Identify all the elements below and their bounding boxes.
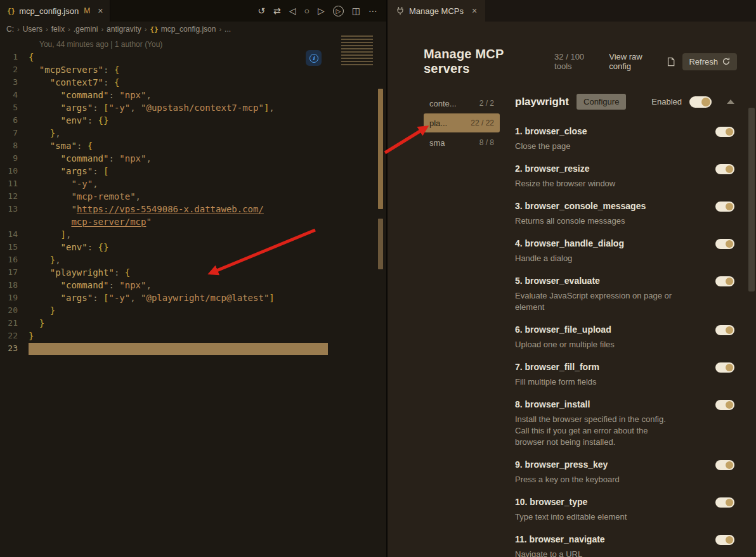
code-line[interactable]: 3 "context7": { (0, 76, 386, 89)
code-token: "@upstash/context7-mcp" (141, 103, 264, 113)
tab-manage-mcps[interactable]: Manage MCPs × (388, 0, 485, 22)
tool-toggle[interactable] (715, 202, 734, 212)
code-line[interactable]: 19 "args": ["-y", "@playwright/mcp@lates… (0, 291, 386, 304)
code-line[interactable]: 10 "args": [ (0, 165, 386, 177)
code-line[interactable]: 9 "command": "npx", (0, 152, 386, 165)
code-line[interactable]: 4 "command": "npx", (0, 89, 386, 101)
code-line[interactable]: 22} (0, 330, 386, 342)
refresh-button[interactable]: Refresh (682, 53, 737, 70)
code-line[interactable]: 21 } (0, 317, 386, 330)
code-line[interactable]: 17 "playwright": { (0, 266, 386, 279)
scroll-up-arrow[interactable] (727, 99, 734, 104)
tool-description: Returns all console messages (515, 215, 677, 227)
code-token: } (50, 305, 55, 316)
tool-toggle[interactable] (715, 127, 734, 137)
code-token (29, 128, 50, 138)
breadcrumb-item[interactable]: .gemini (74, 25, 98, 34)
panel-tab-close-icon[interactable]: × (472, 6, 477, 16)
tool-toggle[interactable] (715, 164, 734, 174)
breadcrumb-item[interactable]: {}mcp_config.json (150, 25, 216, 34)
open-changes-icon[interactable]: ⇄ (273, 6, 281, 16)
tool-toggle[interactable] (715, 239, 734, 249)
code-token: "npx" (119, 280, 146, 290)
code-line[interactable]: mcp-server/mcp" (0, 215, 386, 228)
code-token: "@playwright/mcp@latest" (141, 293, 269, 303)
tab-mcp-config-json[interactable]: {} mcp_config.json M × (0, 0, 110, 22)
run-icon[interactable]: ▷ (333, 6, 344, 16)
code-line[interactable]: 20 } (0, 304, 386, 317)
code-line[interactable]: 7 }, (0, 127, 386, 139)
code-line[interactable]: 14 ], (0, 228, 386, 241)
toggle-knob (726, 128, 733, 136)
breadcrumb-item[interactable]: ... (225, 25, 231, 34)
mcp-panel: Manage MCPs × Manage MCP servers 32 / 10… (386, 0, 756, 557)
code-line[interactable]: 12 "mcp-remote", (0, 190, 386, 203)
tool-toggle[interactable] (715, 276, 734, 286)
code-token (29, 318, 39, 328)
code-line[interactable]: 6 "env": {} (0, 114, 386, 127)
code-token: ] (61, 229, 66, 240)
server-item-playwright[interactable]: pla...22 / 22 (424, 113, 500, 132)
tool-toggle[interactable] (715, 535, 734, 545)
tool-toggle[interactable] (715, 400, 734, 410)
info-button[interactable]: i (306, 50, 322, 66)
code-line[interactable]: 13 "https://vps-5549086-x.dattaweb.com/ (0, 203, 386, 215)
breadcrumb-item[interactable]: Users (23, 25, 42, 34)
code-token: : (77, 141, 88, 151)
next-change-icon[interactable]: ▷ (318, 6, 325, 16)
editor-scrollbar-thumb[interactable] (378, 89, 383, 209)
code-line[interactable]: 23 (0, 342, 386, 355)
server-tool-count: 22 / 22 (471, 118, 494, 127)
view-raw-config-link[interactable]: View raw config (609, 52, 675, 71)
code-token: "args" (61, 166, 93, 176)
code-token: , (130, 103, 141, 113)
minimap[interactable] (341, 35, 373, 65)
toggle-knob (726, 461, 733, 469)
code-lines: 1{2 "mcpServers": {3 "context7": {4 "com… (0, 51, 386, 355)
code-line[interactable]: 8 "sma": { (0, 139, 386, 152)
line-number (0, 215, 29, 228)
prev-change-icon[interactable]: ◁ (289, 6, 296, 16)
code-line[interactable]: 11 "-y", (0, 177, 386, 190)
code-token (29, 90, 61, 100)
server-enabled-toggle[interactable] (689, 96, 712, 108)
tool-toggle[interactable] (715, 325, 734, 335)
tool-toggle[interactable] (715, 460, 734, 470)
code-line[interactable]: 15 "env": {} (0, 241, 386, 253)
configure-button[interactable]: Configure (577, 94, 626, 110)
tool-row: 7. browser_fill_formFill multiple form f… (515, 362, 734, 388)
code-token: , (146, 280, 151, 290)
server-detail-header: playwright Configure Enabled (515, 94, 734, 110)
timeline-icon[interactable]: ↺ (257, 6, 265, 16)
tool-toggle[interactable] (715, 362, 734, 373)
code-token: "mcp-remote" (71, 191, 135, 202)
git-blame-annotation[interactable]: You, 44 minutes ago | 1 author (You) (39, 40, 162, 49)
tab-close-icon[interactable]: × (98, 6, 103, 16)
code-text: mcp-server/mcp" (29, 215, 152, 228)
code-line[interactable]: 2 "mcpServers": { (0, 63, 386, 76)
breadcrumb-item[interactable]: felix (51, 25, 65, 34)
server-item-sma[interactable]: sma8 / 8 (424, 133, 500, 152)
code-line[interactable]: 16 }, (0, 253, 386, 266)
tool-description: Close the page (515, 141, 677, 152)
tool-description: Fill multiple form fields (515, 376, 677, 388)
tool-toggle[interactable] (715, 497, 734, 508)
editor-scrollbar-thumb-secondary[interactable] (378, 219, 383, 269)
tool-description: Press a key on the keyboard (515, 474, 677, 485)
more-actions-icon[interactable]: ⋯ (368, 6, 377, 16)
breadcrumb-item[interactable]: C: (6, 25, 14, 34)
code-token: : (93, 293, 103, 303)
code-line[interactable]: 5 "args": ["-y", "@upstash/context7-mcp"… (0, 101, 386, 114)
code-line[interactable]: 18 "command": "npx", (0, 279, 386, 291)
editor-body[interactable]: You, 44 minutes ago | 1 author (You) 1{2… (0, 37, 386, 557)
panel-scrollbar-thumb[interactable] (748, 108, 755, 291)
gutter-indicator-icon[interactable]: ○ (304, 6, 310, 16)
server-item-context7[interactable]: conte...2 / 2 (424, 94, 500, 113)
code-text: } (29, 330, 34, 342)
code-token (29, 280, 61, 290)
tool-list: 1. browser_closeClose the page2. browser… (515, 126, 734, 557)
code-token: " (146, 217, 151, 227)
breadcrumb-item[interactable]: antigravity (107, 25, 141, 34)
code-line[interactable]: 1{ (0, 51, 386, 63)
split-editor-icon[interactable]: ◫ (352, 6, 360, 16)
